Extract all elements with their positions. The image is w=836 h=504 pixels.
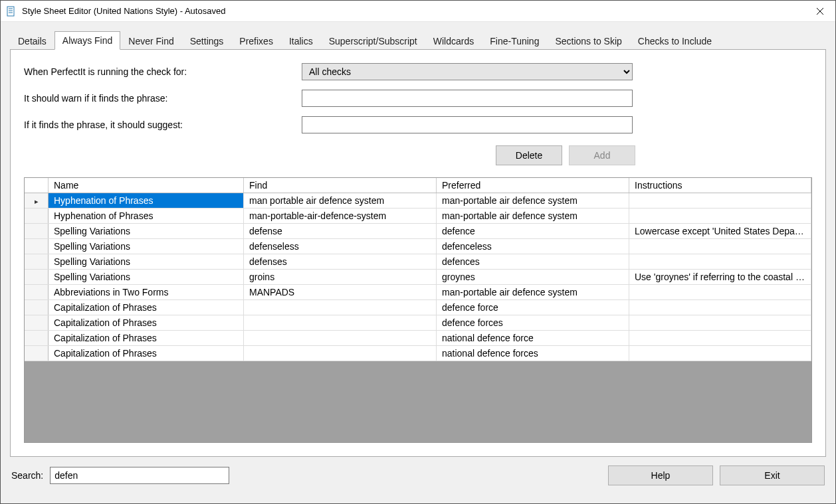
exit-button[interactable]: Exit: [720, 465, 825, 485]
cell-name[interactable]: Spelling Variations: [49, 254, 244, 269]
cell-name[interactable]: Capitalization of Phrases: [49, 331, 244, 345]
input-suggest-phrase[interactable]: [302, 116, 633, 133]
cell-preferred[interactable]: defence forces: [437, 315, 629, 330]
cell-name[interactable]: Spelling Variations: [49, 224, 244, 238]
table-row[interactable]: Capitalization of Phrasesdefence forces: [25, 315, 811, 331]
cell-name[interactable]: Capitalization of Phrases: [49, 315, 244, 330]
select-check-for[interactable]: All checks: [302, 63, 633, 80]
cell-find[interactable]: MANPADS: [244, 285, 437, 299]
grid-header-name[interactable]: Name: [49, 178, 244, 193]
tab-sections-to-skip[interactable]: Sections to Skip: [547, 32, 629, 50]
cell-find[interactable]: groins: [244, 270, 437, 284]
row-indicator: [25, 331, 49, 345]
tab-checks-to-include[interactable]: Checks to Include: [630, 32, 720, 50]
row-indicator: [25, 346, 49, 361]
cell-find[interactable]: defense: [244, 224, 437, 238]
row-check-for: When PerfectIt is running the check for:…: [24, 63, 812, 80]
label-warn: It should warn if it finds the phrase:: [24, 93, 302, 104]
grid-header-preferred[interactable]: Preferred: [437, 178, 629, 193]
cell-instructions[interactable]: [629, 239, 811, 254]
cell-name[interactable]: Abbreviations in Two Forms: [49, 285, 244, 299]
cell-instructions[interactable]: Use 'groynes' if referring to the coasta…: [629, 270, 811, 284]
cell-find[interactable]: [244, 346, 437, 361]
grid-body: Hyphenation of Phrasesman portable air d…: [25, 193, 811, 361]
table-row[interactable]: Spelling Variationsdefenselessdefenceles…: [25, 239, 811, 254]
table-row[interactable]: Spelling VariationsdefensedefenceLowerca…: [25, 224, 811, 239]
row-indicator: [25, 270, 49, 284]
row-indicator: [25, 239, 49, 254]
table-row[interactable]: Capitalization of Phrasesdefence force: [25, 300, 811, 315]
cell-find[interactable]: [244, 300, 437, 315]
cell-find[interactable]: [244, 315, 437, 330]
cell-instructions[interactable]: Lowercase except 'United States Depart..…: [629, 224, 811, 238]
cell-find[interactable]: man portable air defence system: [244, 193, 437, 208]
input-warn-phrase[interactable]: [302, 90, 633, 107]
cell-name[interactable]: Hyphenation of Phrases: [49, 193, 244, 208]
window-close-button[interactable]: [805, 1, 835, 22]
cell-find[interactable]: man-portable-air-defence-system: [244, 209, 437, 223]
cell-instructions[interactable]: [629, 254, 811, 269]
cell-instructions[interactable]: [629, 315, 811, 330]
tab-superscript-subscript[interactable]: Superscript/Subscript: [321, 32, 425, 50]
cell-instructions[interactable]: [629, 209, 811, 223]
table-row[interactable]: Hyphenation of Phrasesman portable air d…: [25, 193, 811, 209]
tab-details[interactable]: Details: [10, 32, 54, 50]
grid-header: Name Find Preferred Instructions: [25, 178, 811, 193]
svg-rect-0: [7, 7, 14, 16]
cell-name[interactable]: Spelling Variations: [49, 270, 244, 284]
grid-header-rowselector: [25, 178, 49, 193]
cell-instructions[interactable]: [629, 193, 811, 208]
row-indicator: [25, 300, 49, 315]
cell-preferred[interactable]: man-portable air defence system: [437, 209, 629, 223]
table-row[interactable]: Abbreviations in Two FormsMANPADSman-por…: [25, 285, 811, 300]
tab-italics[interactable]: Italics: [281, 32, 321, 50]
tab-strip: DetailsAlways FindNever FindSettingsPref…: [10, 31, 826, 50]
search-input[interactable]: [50, 467, 229, 484]
cell-preferred[interactable]: man-portable air defence system: [437, 285, 629, 299]
label-suggest: If it finds the phrase, it should sugges…: [24, 120, 302, 130]
cell-name[interactable]: Spelling Variations: [49, 239, 244, 254]
add-button[interactable]: Add: [569, 145, 635, 165]
cell-name[interactable]: Capitalization of Phrases: [49, 346, 244, 361]
cell-instructions[interactable]: [629, 300, 811, 315]
label-check-for: When PerfectIt is running the check for:: [24, 66, 302, 77]
cell-instructions[interactable]: [629, 346, 811, 361]
cell-preferred[interactable]: man-portable air defence system: [437, 193, 629, 208]
tab-wildcards[interactable]: Wildcards: [425, 32, 482, 50]
grid-header-instructions[interactable]: Instructions: [629, 178, 811, 193]
table-row[interactable]: Capitalization of Phrasesnational defenc…: [25, 331, 811, 346]
cell-name[interactable]: Hyphenation of Phrases: [49, 209, 244, 223]
tab-fine-tuning[interactable]: Fine-Tuning: [482, 32, 547, 50]
delete-button[interactable]: Delete: [496, 145, 562, 165]
cell-instructions[interactable]: [629, 331, 811, 345]
tab-prefixes[interactable]: Prefixes: [231, 32, 281, 50]
tab-never-find[interactable]: Never Find: [120, 32, 181, 50]
cell-find[interactable]: [244, 331, 437, 345]
app-icon: [6, 6, 17, 17]
cell-preferred[interactable]: groynes: [437, 270, 629, 284]
cell-preferred[interactable]: defences: [437, 254, 629, 269]
row-indicator: [25, 285, 49, 299]
cell-preferred[interactable]: defence force: [437, 300, 629, 315]
app-window: Style Sheet Editor (United Nations Style…: [0, 0, 836, 504]
table-row[interactable]: Hyphenation of Phrasesman-portable-air-d…: [25, 209, 811, 224]
cell-find[interactable]: defenseless: [244, 239, 437, 254]
rules-grid[interactable]: Name Find Preferred Instructions Hyphena…: [24, 177, 812, 443]
grid-header-find[interactable]: Find: [244, 178, 437, 193]
cell-preferred[interactable]: defenceless: [437, 239, 629, 254]
tab-panel-always-find: When PerfectIt is running the check for:…: [10, 49, 826, 457]
cell-instructions[interactable]: [629, 285, 811, 299]
help-button[interactable]: Help: [608, 465, 713, 485]
table-row[interactable]: Capitalization of Phrasesnational defenc…: [25, 346, 811, 361]
row-indicator: [25, 315, 49, 330]
cell-name[interactable]: Capitalization of Phrases: [49, 300, 244, 315]
cell-preferred[interactable]: national defence force: [437, 331, 629, 345]
cell-preferred[interactable]: national defence forces: [437, 346, 629, 361]
cell-preferred[interactable]: defence: [437, 224, 629, 238]
table-row[interactable]: Spelling VariationsgroinsgroynesUse 'gro…: [25, 270, 811, 285]
cell-find[interactable]: defenses: [244, 254, 437, 269]
client-area: DetailsAlways FindNever FindSettingsPref…: [1, 22, 835, 503]
table-row[interactable]: Spelling Variationsdefensesdefences: [25, 254, 811, 270]
tab-always-find[interactable]: Always Find: [54, 31, 120, 50]
tab-settings[interactable]: Settings: [182, 32, 232, 50]
